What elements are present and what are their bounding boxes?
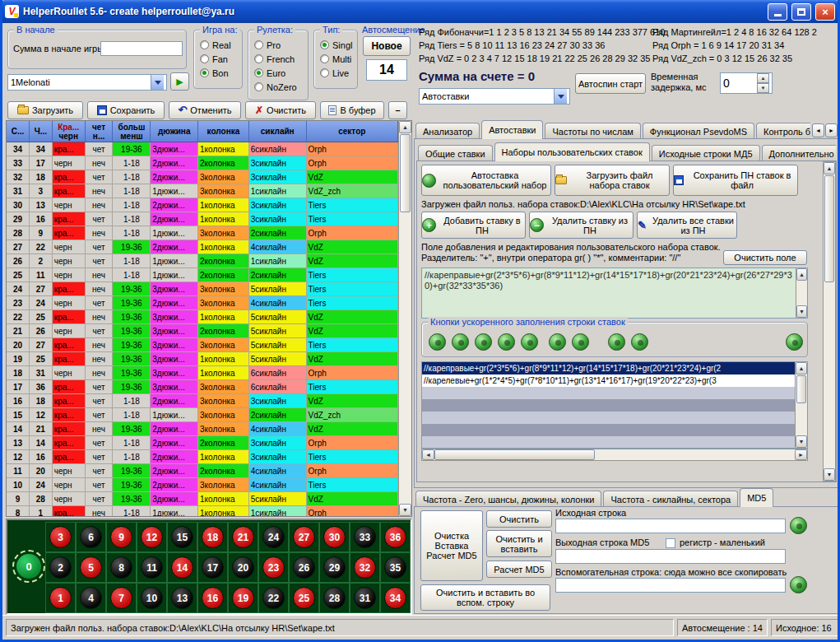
register-checkbox[interactable] (666, 538, 675, 548)
spin-up-button[interactable]: ▲ (757, 73, 769, 83)
radio-circle[interactable] (254, 40, 263, 49)
scroll-down-button[interactable]: ▼ (399, 504, 411, 516)
autospin-start-button[interactable]: Автоспин старт (575, 73, 646, 94)
quick-fill-button-7[interactable] (572, 333, 589, 351)
board-cell-12[interactable]: 12 (137, 522, 167, 552)
board-cell-19[interactable]: 19 (228, 583, 258, 613)
md5-aux-input[interactable] (555, 578, 786, 593)
board-cell-20[interactable]: 20 (228, 552, 258, 583)
md5-clear-paste-aux-button[interactable]: Очистить и вставить во вспом. строку (420, 584, 550, 611)
quick-fill-button-4[interactable] (498, 333, 515, 351)
titlebar[interactable]: V HelperRoullet 5.6- create helperroulle… (0, 0, 840, 23)
board-cell-7[interactable]: 7 (106, 583, 137, 613)
autobet-user-set-button[interactable]: Автоставка пользовательский набор (421, 165, 551, 196)
radio-option-nozero[interactable]: NoZero (254, 80, 297, 94)
board-cell-26[interactable]: 26 (289, 552, 319, 583)
bet-set-editor[interactable]: //кареправые+gr(2*3*5*6)+gr(8*9*11*12)+g… (421, 268, 808, 319)
editor-scrollbar[interactable]: ▲ ▼ (796, 268, 807, 318)
autoshift-new-button[interactable]: Новое (363, 36, 411, 56)
radio-circle[interactable] (320, 68, 329, 77)
scroll-up-button[interactable]: ▲ (796, 268, 807, 281)
load-set-file-button[interactable]: Загрузить файл набора ставок (555, 165, 670, 196)
table-row[interactable]: 2027кра...неч19-363дюжи...3колонка5сикла… (7, 338, 398, 352)
table-row[interactable]: 3434кра...чет19-363дюжи...1колонка6сикла… (7, 142, 398, 156)
scroll-up-button[interactable]: ▲ (824, 162, 835, 174)
board-cell-15[interactable]: 15 (167, 522, 197, 552)
board-cell-33[interactable]: 33 (350, 522, 380, 552)
radio-option-french[interactable]: French (254, 52, 297, 66)
table-row[interactable]: 1736кра...чет19-363дюжи...3колонка6сикла… (7, 380, 398, 394)
table-row[interactable]: 1512кра...чет1-181дюжи...3колонка2сиклай… (7, 408, 398, 422)
preset-combobox[interactable]: 1Melonati (7, 74, 167, 91)
table-row[interactable]: 289кра...неч1-181дюжи...3колонка2сиклайн… (7, 226, 398, 240)
board-cell-17[interactable]: 17 (197, 552, 228, 583)
quick-fill-button-5[interactable] (521, 333, 538, 351)
board-cell-29[interactable]: 29 (319, 552, 350, 583)
spin-down-button[interactable]: ▼ (757, 83, 769, 93)
table-row[interactable]: 262чернчет1-181дюжи...2колонка1сиклайнVd… (7, 254, 398, 268)
board-cell-9[interactable]: 9 (106, 522, 137, 552)
undo-button[interactable]: ↶Отменить (169, 101, 241, 119)
md5-big-button[interactable]: Очистка Вставка Расчет MD5 (420, 510, 483, 581)
board-cell-18[interactable]: 18 (197, 522, 228, 552)
sub-tab-1[interactable]: Общие ставки (418, 145, 493, 161)
table-row[interactable]: 2511черннеч1-181дюжи...2колонка2сиклайнT… (7, 268, 398, 282)
table-row[interactable]: 928чернчет19-363дюжи...1колонка5сиклайнV… (7, 492, 398, 506)
table-row[interactable]: 1216кра...чет1-182дюжи...1колонка3сиклай… (7, 450, 398, 464)
bet-set-list[interactable]: //кареправые+gr(2*3*5*6)+gr(8*9*11*12)+g… (421, 361, 808, 449)
bottom-tab-1[interactable]: Частота - Zero, шансы, дюжины, колонки (415, 491, 601, 507)
scroll-up-button[interactable]: ▲ (796, 362, 807, 374)
board-cell-1[interactable]: 1 (45, 583, 76, 613)
board-cell-11[interactable]: 11 (137, 552, 167, 583)
delete-all-bets-button[interactable]: ✎ Удалить все ставки из ПН (637, 212, 737, 239)
radio-option-singl[interactable]: Singl (320, 38, 352, 52)
minimize-button[interactable] (768, 3, 787, 21)
table-row[interactable]: 81кра...неч1-181дюжи...1колонка1сиклайнO… (7, 506, 398, 516)
radio-circle[interactable] (200, 54, 209, 63)
radio-circle[interactable] (200, 40, 209, 49)
board-cell-36[interactable]: 36 (380, 522, 411, 552)
list-h-scrollbar[interactable]: ◄ ► (421, 449, 808, 461)
quick-fill-button-2[interactable] (452, 333, 469, 351)
radio-option-euro[interactable]: Euro (254, 66, 297, 80)
radio-circle[interactable] (254, 82, 263, 91)
radio-option-multi[interactable]: Multi (320, 52, 352, 66)
sub-tab-4[interactable]: Дополнительно (762, 145, 837, 161)
board-cell-5[interactable]: 5 (76, 552, 106, 583)
board-cell-34[interactable]: 34 (380, 583, 411, 613)
table-row[interactable]: 2225кра...неч19-363дюжи...1колонка5сикла… (7, 310, 398, 324)
board-cell-23[interactable]: 23 (258, 552, 289, 583)
md5-output-input[interactable] (555, 549, 786, 564)
table-row[interactable]: 3218кра...чет1-182дюжи...3колонка3сиклай… (7, 170, 398, 184)
close-button[interactable]: × (815, 3, 835, 21)
start-sum-input[interactable] (100, 41, 183, 56)
play-button[interactable]: ▶ (170, 72, 189, 91)
maximize-button[interactable] (791, 3, 811, 21)
table-row[interactable]: 1421кра...неч19-362дюжи...3колонка4сикла… (7, 422, 398, 436)
main-tab-2[interactable]: Автоставки (481, 120, 543, 139)
table-row[interactable]: 1925кра...неч19-363дюжи...1колонка5сикла… (7, 352, 398, 366)
board-cell-13[interactable]: 13 (167, 583, 197, 613)
board-cell-6[interactable]: 6 (76, 522, 106, 552)
add-bet-button[interactable]: Добавить ставку в ПН (421, 212, 526, 239)
scrollbar-thumb[interactable] (824, 175, 834, 282)
bet-formula-text[interactable]: //кареправые+gr(2*3*5*6)+gr(8*9*11*12)+g… (422, 268, 796, 318)
table-row[interactable]: 1024чернчет19-362дюжи...3колонка4сиклайн… (7, 478, 398, 492)
table-row[interactable]: 2722чернчет19-362дюжи...1колонка4сиклайн… (7, 240, 398, 254)
board-cell-8[interactable]: 8 (106, 552, 137, 583)
set-list-item-2[interactable]: //карелевые+gr(1*2*4*5)+gr(7*8*10*11)+gr… (422, 374, 795, 387)
table-header[interactable]: С... Ч... Кра...черн четн... большменш д… (7, 121, 398, 142)
scrollbar-thumb[interactable] (434, 449, 595, 460)
scroll-left-button[interactable]: ◄ (422, 449, 434, 460)
save-set-file-button[interactable]: Сохранить ПН ставок в файл (673, 165, 798, 196)
board-cell-zero[interactable]: 0 (16, 554, 41, 579)
scroll-down-button[interactable]: ▼ (796, 305, 807, 318)
table-row[interactable]: 2324чернчет19-362дюжи...3колонка4сиклайн… (7, 296, 398, 310)
main-tab-5[interactable]: Контроль банкрота (756, 123, 810, 139)
radio-option-real[interactable]: Real (200, 38, 231, 52)
board-cell-31[interactable]: 31 (350, 583, 380, 613)
tabs-scroll-left-button[interactable]: ◄ (812, 123, 824, 137)
autobet-mode-combobox[interactable]: Автоставки (419, 88, 570, 105)
table-row[interactable]: 3317черннеч1-182дюжи...2колонка3сиклайнO… (7, 156, 398, 170)
list-scrollbar[interactable]: ▲ ▼ (795, 362, 807, 448)
